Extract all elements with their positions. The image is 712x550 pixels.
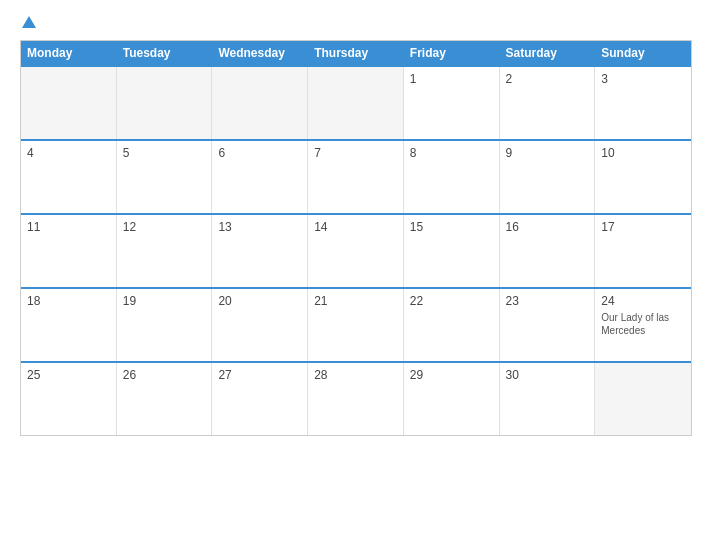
calendar-day-cell: 25 [21,363,117,435]
calendar-header-cell: Saturday [500,41,596,65]
calendar-header-cell: Tuesday [117,41,213,65]
day-number: 12 [123,220,206,234]
day-number: 10 [601,146,685,160]
calendar-day-cell: 14 [308,215,404,287]
calendar-day-cell: 4 [21,141,117,213]
logo-triangle-icon [22,16,36,28]
day-number: 25 [27,368,110,382]
calendar-day-cell [21,67,117,139]
calendar-day-cell: 16 [500,215,596,287]
calendar-day-cell: 2 [500,67,596,139]
day-number: 8 [410,146,493,160]
calendar-day-cell: 5 [117,141,213,213]
calendar-day-cell: 6 [212,141,308,213]
calendar-day-cell: 19 [117,289,213,361]
calendar-day-cell: 12 [117,215,213,287]
calendar-header-row: MondayTuesdayWednesdayThursdayFridaySatu… [21,41,691,65]
day-number: 11 [27,220,110,234]
day-number: 4 [27,146,110,160]
calendar-day-cell: 22 [404,289,500,361]
calendar-day-cell [595,363,691,435]
day-number: 9 [506,146,589,160]
calendar-day-cell: 11 [21,215,117,287]
day-number: 21 [314,294,397,308]
calendar-header-cell: Wednesday [212,41,308,65]
calendar-day-cell: 18 [21,289,117,361]
day-number: 2 [506,72,589,86]
calendar-day-cell: 17 [595,215,691,287]
calendar-day-cell: 1 [404,67,500,139]
day-number: 23 [506,294,589,308]
day-number: 5 [123,146,206,160]
day-number: 6 [218,146,301,160]
calendar-day-cell: 24Our Lady of las Mercedes [595,289,691,361]
day-number: 22 [410,294,493,308]
day-number: 3 [601,72,685,86]
calendar-day-cell: 30 [500,363,596,435]
day-number: 29 [410,368,493,382]
day-number: 15 [410,220,493,234]
day-number: 19 [123,294,206,308]
day-number: 17 [601,220,685,234]
calendar-day-cell: 21 [308,289,404,361]
day-number: 20 [218,294,301,308]
day-number: 28 [314,368,397,382]
calendar-day-cell: 10 [595,141,691,213]
calendar-day-cell: 7 [308,141,404,213]
calendar-day-cell: 23 [500,289,596,361]
logo [20,18,36,30]
day-number: 30 [506,368,589,382]
calendar-week: 123 [21,65,691,139]
day-number: 16 [506,220,589,234]
day-number: 18 [27,294,110,308]
calendar-day-cell: 27 [212,363,308,435]
calendar-day-cell: 15 [404,215,500,287]
calendar-day-cell: 26 [117,363,213,435]
day-number: 13 [218,220,301,234]
calendar-header-cell: Friday [404,41,500,65]
calendar-day-cell: 28 [308,363,404,435]
calendar-grid: MondayTuesdayWednesdayThursdayFridaySatu… [20,40,692,436]
day-number: 27 [218,368,301,382]
calendar-day-cell [117,67,213,139]
calendar-day-cell: 13 [212,215,308,287]
calendar-header-cell: Monday [21,41,117,65]
day-number: 26 [123,368,206,382]
day-number: 7 [314,146,397,160]
calendar-day-cell [212,67,308,139]
calendar-header-cell: Thursday [308,41,404,65]
calendar-week: 18192021222324Our Lady of las Mercedes [21,287,691,361]
calendar-day-cell: 3 [595,67,691,139]
calendar-week: 11121314151617 [21,213,691,287]
calendar-header-cell: Sunday [595,41,691,65]
holiday-label: Our Lady of las Mercedes [601,311,685,337]
day-number: 24 [601,294,685,308]
calendar-day-cell: 8 [404,141,500,213]
calendar-day-cell: 29 [404,363,500,435]
calendar-week: 252627282930 [21,361,691,435]
calendar-day-cell: 20 [212,289,308,361]
header [20,18,692,30]
calendar-day-cell: 9 [500,141,596,213]
day-number: 1 [410,72,493,86]
calendar-day-cell [308,67,404,139]
calendar-week: 45678910 [21,139,691,213]
calendar-page: MondayTuesdayWednesdayThursdayFridaySatu… [0,0,712,550]
day-number: 14 [314,220,397,234]
